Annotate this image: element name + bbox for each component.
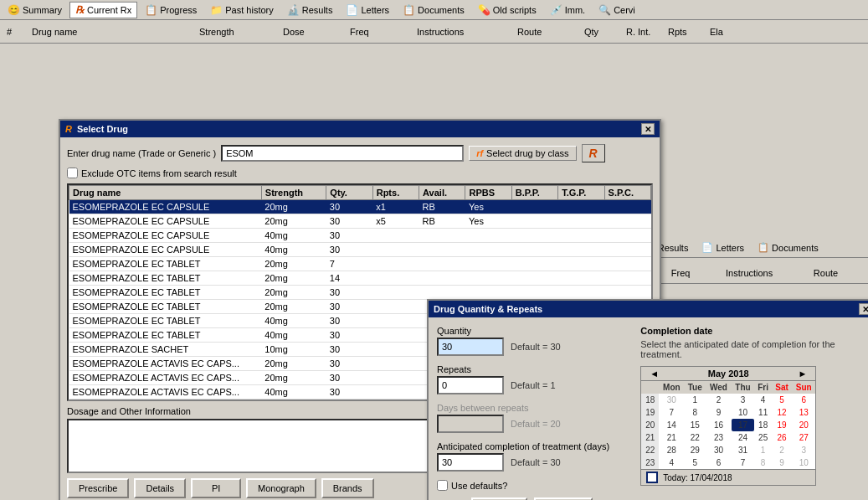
tab-cervi[interactable]: 🔍 Cervi: [593, 2, 641, 18]
calendar-day[interactable]: 7: [732, 456, 754, 469]
calendar-day[interactable]: 21: [659, 431, 684, 444]
calendar-day[interactable]: 17: [732, 419, 754, 431]
select-drug-titlebar[interactable]: R Select Drug ✕: [60, 121, 660, 137]
calendar-day[interactable]: 26: [772, 431, 792, 444]
cal-next-button[interactable]: ►: [794, 369, 810, 379]
calendar-day[interactable]: 9: [772, 456, 792, 469]
bg-tab-letters[interactable]: 📄 Letters: [696, 240, 750, 255]
calendar-day[interactable]: 28: [659, 444, 684, 456]
prescribe-button[interactable]: Prescribe: [67, 478, 129, 498]
drug-table-cell: ESOMEPRAZOLE EC TABLET: [69, 257, 262, 271]
cal-prev-button[interactable]: ◄: [646, 369, 662, 379]
rx-orange-button[interactable]: R: [582, 144, 605, 162]
calendar-day[interactable]: 5: [684, 456, 706, 469]
calendar-day[interactable]: 25: [754, 431, 772, 444]
drug-col-avail: Avail.: [419, 186, 465, 200]
drug-table-row[interactable]: ESOMEPRAZOLE EC CAPSULE20mg30x5RBYes: [69, 214, 651, 229]
drug-table-cell: [604, 243, 650, 257]
calendar-day[interactable]: 20: [792, 419, 815, 431]
drug-qty-title: Drug Quantity & Repeats: [434, 304, 542, 314]
calendar-day[interactable]: 4: [659, 456, 684, 469]
tab-current-rx[interactable]: ℞ Current Rx: [69, 2, 137, 18]
pi-button[interactable]: PI: [191, 478, 241, 498]
exclude-otc-checkbox[interactable]: [67, 168, 78, 178]
tab-imm[interactable]: 💉 Imm.: [544, 2, 591, 18]
drug-table-row[interactable]: ESOMEPRAZOLE EC CAPSULE40mg30: [69, 243, 651, 257]
calendar-day[interactable]: 18: [754, 419, 772, 431]
tab-letters[interactable]: 📄 Letters: [340, 2, 395, 18]
drug-qty-close-button[interactable]: ✕: [859, 303, 868, 315]
top-tab-bar: 😊 Summary ℞ Current Rx 📋 Progress 📁 Past…: [0, 0, 868, 20]
repeats-input[interactable]: [437, 376, 504, 394]
calendar-day[interactable]: 16: [706, 419, 732, 431]
calendar-day[interactable]: 12: [772, 406, 792, 419]
calendar-day[interactable]: 10: [732, 406, 754, 419]
calendar-day[interactable]: 4: [754, 394, 772, 406]
calendar-day[interactable]: 30: [659, 394, 684, 406]
details-button[interactable]: Details: [134, 478, 186, 498]
calendar-day[interactable]: 27: [792, 431, 815, 444]
drug-table-cell: [372, 271, 419, 286]
calendar-day[interactable]: 24: [732, 431, 754, 444]
calendar-day[interactable]: 3: [792, 444, 815, 456]
calendar-day[interactable]: 13: [792, 406, 815, 419]
calendar-day[interactable]: 19: [772, 419, 792, 431]
days-between-input[interactable]: [437, 415, 504, 433]
tab-results[interactable]: 🔬 Results: [281, 2, 339, 18]
bg-tab-documents[interactable]: 📋 Documents: [752, 240, 824, 255]
current-rx-icon: ℞: [75, 4, 85, 16]
drug-table-cell: [372, 243, 419, 257]
calendar-day[interactable]: 10: [792, 456, 815, 469]
days-between-default: Default = 20: [511, 419, 561, 429]
use-defaults-checkbox[interactable]: [437, 480, 448, 491]
tab-documents[interactable]: 📋 Documents: [397, 2, 470, 18]
cal-sun-header: Sun: [792, 381, 815, 394]
calendar-day[interactable]: 14: [659, 419, 684, 431]
tab-past-history[interactable]: 📁 Past history: [204, 2, 279, 18]
tab-old-scripts[interactable]: 💊 Old scripts: [472, 2, 542, 18]
calendar-day[interactable]: 29: [684, 444, 706, 456]
drug-qty-titlebar[interactable]: Drug Quantity & Repeats ✕: [429, 301, 868, 317]
brands-button[interactable]: Brands: [321, 478, 374, 498]
calendar-day[interactable]: 7: [659, 406, 684, 419]
calendar-day[interactable]: 31: [732, 444, 754, 456]
calendar-day[interactable]: 30: [706, 444, 732, 456]
calendar-day[interactable]: 22: [684, 431, 706, 444]
calendar-day[interactable]: 1: [754, 444, 772, 456]
tab-progress[interactable]: 📋 Progress: [139, 2, 203, 18]
calendar-day[interactable]: 8: [684, 406, 706, 419]
drug-table-row[interactable]: ESOMEPRAZOLE EC CAPSULE40mg30: [69, 229, 651, 243]
anticipated-label: Anticipated completion of treatment (day…: [437, 441, 627, 451]
calendar-day[interactable]: 6: [792, 394, 815, 406]
monograph-button[interactable]: Monograph: [246, 478, 316, 498]
tab-summary[interactable]: 😊 Summary: [2, 2, 68, 18]
calendar-week-num: 20: [641, 419, 659, 431]
calendar-day[interactable]: 23: [706, 431, 732, 444]
calendar-day[interactable]: 2: [706, 394, 732, 406]
calendar-day[interactable]: 9: [706, 406, 732, 419]
calendar-day[interactable]: 15: [684, 419, 706, 431]
calendar-day[interactable]: 6: [706, 456, 732, 469]
drug-table-cell: [511, 200, 557, 214]
calendar-day[interactable]: 2: [772, 444, 792, 456]
select-class-button[interactable]: rf Select drug by class: [469, 146, 576, 161]
drug-table-cell: [604, 200, 650, 214]
drug-table-row[interactable]: ESOMEPRAZOLE EC TABLET20mg7: [69, 257, 651, 271]
calendar-day[interactable]: 5: [772, 394, 792, 406]
calendar-day[interactable]: 8: [754, 456, 772, 469]
drug-table-cell: RB: [419, 214, 465, 229]
drug-table-row[interactable]: ESOMEPRAZOLE EC CAPSULE20mg30x1RBYes: [69, 200, 651, 214]
select-drug-close-button[interactable]: ✕: [641, 123, 655, 135]
quantity-input[interactable]: [437, 338, 504, 356]
drug-table-row[interactable]: ESOMEPRAZOLE EC TABLET20mg14: [69, 271, 651, 286]
drug-name-input[interactable]: [221, 145, 464, 162]
drug-col-tgp: T.G.P.: [558, 186, 604, 200]
calendar-day[interactable]: 3: [732, 394, 754, 406]
anticipated-input[interactable]: [437, 453, 504, 472]
drug-col-name: Drug name: [69, 186, 262, 200]
calendar-day[interactable]: 1: [684, 394, 706, 406]
drug-table-row[interactable]: ESOMEPRAZOLE EC TABLET20mg30: [69, 286, 651, 300]
repeats-default: Default = 1: [511, 380, 556, 390]
calendar-day[interactable]: 11: [754, 406, 772, 419]
calendar-week-num: 19: [641, 406, 659, 419]
